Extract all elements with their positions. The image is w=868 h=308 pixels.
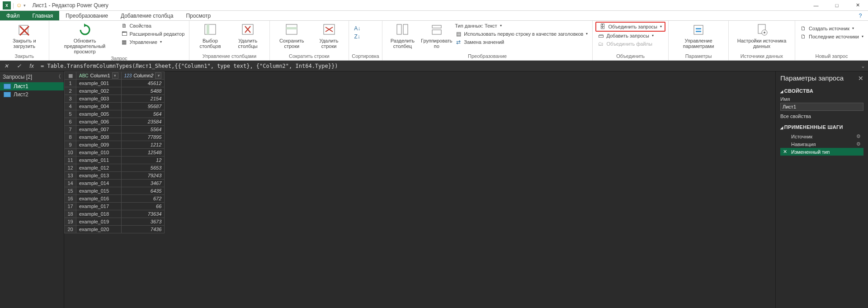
cell-c1[interactable]: example_005 — [76, 110, 122, 118]
applied-step[interactable]: ✕Измененный тип — [780, 148, 863, 156]
table-row[interactable]: 2example_0025488 — [65, 87, 165, 95]
table-row[interactable]: 17example_01766 — [65, 203, 165, 210]
col1-filter-icon[interactable]: ▾ — [112, 72, 118, 79]
cell-c1[interactable]: example_007 — [76, 126, 122, 133]
cell-c1[interactable]: example_020 — [76, 226, 122, 233]
cell-c2[interactable]: 564 — [121, 110, 165, 118]
choose-columns-button[interactable]: Выбор столбцов — [192, 22, 228, 50]
manage-button[interactable]: ▦Управление▾ — [119, 38, 187, 46]
cell-c1[interactable]: example_017 — [76, 203, 122, 210]
fx-icon[interactable]: fx — [25, 63, 38, 69]
row-number[interactable]: 13 — [65, 172, 76, 180]
cell-c2[interactable]: 5653 — [121, 164, 165, 172]
cell-c1[interactable]: example_013 — [76, 172, 122, 180]
table-row[interactable]: 6example_00623584 — [65, 118, 165, 126]
row-number[interactable]: 11 — [65, 156, 76, 164]
close-window-button[interactable]: ✕ — [847, 0, 868, 10]
cell-c2[interactable]: 6435 — [121, 187, 165, 195]
table-row[interactable]: 5example_005564 — [65, 110, 165, 118]
cell-c2[interactable]: 79243 — [121, 172, 165, 180]
applied-step[interactable]: Источник⚙ — [780, 133, 863, 140]
tab-home[interactable]: Главная — [26, 11, 60, 20]
cell-c1[interactable]: example_016 — [76, 195, 122, 203]
cell-c1[interactable]: example_003 — [76, 95, 122, 103]
cell-c2[interactable]: 73634 — [121, 210, 165, 218]
col2-filter-icon[interactable]: ▾ — [155, 72, 161, 79]
cell-c1[interactable]: example_012 — [76, 164, 122, 172]
replace-values-button[interactable]: ⇄Замена значений — [453, 38, 590, 46]
recent-sources-button[interactable]: 🗋Последние источники▾ — [798, 33, 865, 41]
row-number[interactable]: 6 — [65, 118, 76, 126]
row-number[interactable]: 15 — [65, 187, 76, 195]
table-row[interactable]: 11example_01112 — [65, 156, 165, 164]
cell-c2[interactable]: 1212 — [121, 141, 165, 149]
table-row[interactable]: 18example_01873634 — [65, 210, 165, 218]
tab-transform[interactable]: Преобразование — [59, 11, 114, 20]
use-first-row-button[interactable]: ▤Использовать первую строку в качестве з… — [453, 30, 590, 38]
cell-c1[interactable]: example_018 — [76, 210, 122, 218]
merge-queries-button[interactable]: 🗄Объединить запросы▾ — [597, 23, 664, 31]
refresh-preview-button[interactable]: Обновить предварительный просмотр — [52, 22, 118, 55]
row-number[interactable]: 5 — [65, 110, 76, 118]
table-row[interactable]: 20example_0207436 — [65, 226, 165, 233]
gear-icon[interactable]: ⚙ — [856, 133, 861, 139]
group-by-button[interactable]: Группировать по — [421, 22, 452, 50]
table-row[interactable]: 13example_01379243 — [65, 172, 165, 180]
query-item[interactable]: Лист2 — [0, 90, 64, 99]
row-number[interactable]: 20 — [65, 226, 76, 233]
cell-c2[interactable]: 45612 — [121, 80, 165, 87]
table-corner[interactable]: ▦ — [65, 72, 76, 80]
formula-input[interactable]: = Table.TransformColumnTypes(Лист1_Sheet… — [38, 63, 858, 69]
table-row[interactable]: 10example_01012548 — [65, 149, 165, 156]
data-type-button[interactable]: Тип данных: Текст▾ — [453, 22, 590, 30]
row-number[interactable]: 12 — [65, 164, 76, 172]
accept-formula-button[interactable]: ✓ — [13, 63, 25, 69]
manage-parameters-button[interactable]: Управление параметрами — [671, 22, 726, 50]
data-source-settings-button[interactable]: Настройки источника данных — [731, 22, 792, 50]
cell-c1[interactable]: example_002 — [76, 87, 122, 95]
formula-expand-button[interactable]: ⌄ — [858, 63, 868, 69]
cell-c1[interactable]: example_009 — [76, 141, 122, 149]
row-number[interactable]: 16 — [65, 195, 76, 203]
cell-c1[interactable]: example_010 — [76, 149, 122, 156]
new-source-button[interactable]: 🗋Создать источник▾ — [798, 24, 865, 33]
query-item[interactable]: Лист1 — [0, 82, 64, 90]
remove-columns-button[interactable]: Удалить столбцы — [229, 22, 267, 50]
all-properties-link[interactable]: Все свойства — [780, 114, 863, 119]
column-header-1[interactable]: ABCColumn1▾ — [76, 72, 122, 80]
keep-rows-button[interactable]: Сохранить строки — [273, 22, 311, 50]
table-row[interactable]: 1example_00145612 — [65, 80, 165, 87]
row-number[interactable]: 10 — [65, 149, 76, 156]
maximize-button[interactable]: □ — [826, 0, 847, 10]
cell-c1[interactable]: example_011 — [76, 156, 122, 164]
cell-c1[interactable]: example_008 — [76, 133, 122, 141]
cell-c2[interactable]: 12 — [121, 156, 165, 164]
row-number[interactable]: 19 — [65, 218, 76, 226]
cancel-formula-button[interactable]: ✕ — [0, 63, 13, 69]
table-row[interactable]: 16example_016672 — [65, 195, 165, 203]
split-column-button[interactable]: Разделить столбец — [385, 22, 420, 50]
delete-step-icon[interactable]: ✕ — [783, 149, 788, 155]
row-number[interactable]: 1 — [65, 80, 76, 87]
cell-c2[interactable]: 77895 — [121, 133, 165, 141]
row-number[interactable]: 9 — [65, 141, 76, 149]
table-row[interactable]: 9example_0091212 — [65, 141, 165, 149]
cell-c2[interactable]: 3673 — [121, 218, 165, 226]
smiley-icon[interactable]: ☺ — [16, 2, 22, 9]
properties-button[interactable]: 🗎Свойства — [119, 22, 187, 30]
applied-step[interactable]: Навигация⚙ — [780, 140, 863, 148]
table-row[interactable]: 12example_0125653 — [65, 164, 165, 172]
cell-c2[interactable]: 7436 — [121, 226, 165, 233]
panel-close-button[interactable]: ✕ — [858, 75, 863, 82]
row-number[interactable]: 3 — [65, 95, 76, 103]
tab-add-column[interactable]: Добавление столбца — [114, 11, 180, 20]
cell-c2[interactable]: 2154 — [121, 95, 165, 103]
row-number[interactable]: 4 — [65, 103, 76, 110]
column-header-2[interactable]: 123Column2▾ — [121, 72, 165, 80]
tab-file[interactable]: Файл — [0, 11, 26, 20]
remove-rows-button[interactable]: Удалить строки — [312, 22, 346, 50]
queries-header[interactable]: Запросы [2] 〈 — [0, 71, 64, 82]
cell-c2[interactable]: 95687 — [121, 103, 165, 110]
close-and-load-button[interactable]: Закрыть и загрузить — [3, 22, 46, 50]
table-row[interactable]: 3example_0032154 — [65, 95, 165, 103]
